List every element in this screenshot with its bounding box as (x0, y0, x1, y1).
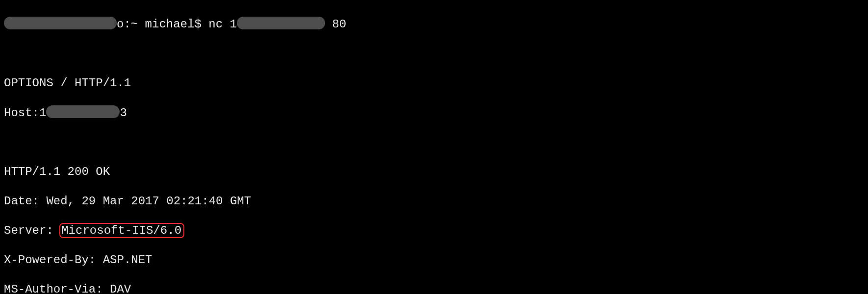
http-xpoweredby-line: X-Powered-By: ASP.NET (4, 253, 864, 268)
http-msauthor-line: MS-Author-Via: DAV (4, 282, 864, 294)
redacted-ip (237, 17, 325, 29)
redacted-host (4, 17, 117, 29)
prompt-line: o:~ michael$ nc 1 80 (4, 17, 864, 32)
http-request-line: OPTIONS / HTTP/1.1 (4, 76, 864, 91)
prompt-user: o:~ michael$ nc 1 (117, 18, 237, 31)
terminal-output: o:~ michael$ nc 1 80 OPTIONS / HTTP/1.1 … (0, 0, 868, 294)
highlight-server: Microsoft-IIS/6.0 (59, 223, 184, 238)
redacted-host-ip (46, 105, 120, 118)
nc-port: 80 (325, 18, 346, 31)
http-status-line: HTTP/1.1 200 OK (4, 165, 864, 179)
http-host-line: Host:13 (4, 105, 864, 121)
http-date-line: Date: Wed, 29 Mar 2017 02:21:40 GMT (4, 194, 864, 209)
http-server-line: Server: Microsoft-IIS/6.0 (4, 223, 864, 238)
